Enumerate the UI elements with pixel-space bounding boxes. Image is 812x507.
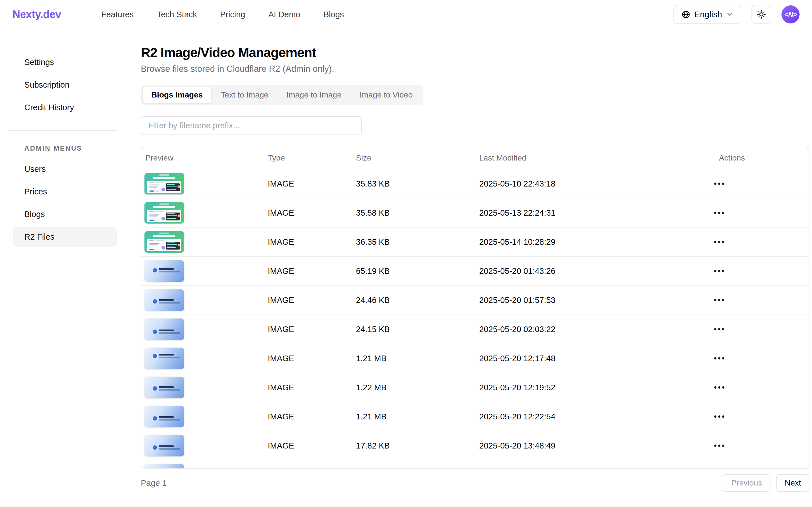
file-size: 1.21 MB: [356, 412, 479, 421]
preview-cell: [141, 377, 268, 398]
next-page-button[interactable]: Next: [776, 474, 809, 492]
main-content: R2 Image/Video Management Browse files s…: [141, 29, 809, 492]
header-actions: English <N>: [673, 0, 800, 29]
file-type: IMAGE: [268, 237, 356, 247]
sidebar-main-nav: SettingsSubscriptionCredit History: [0, 52, 125, 117]
nav-link-tech-stack[interactable]: Tech Stack: [157, 10, 197, 19]
sidebar-item-prices[interactable]: Prices: [13, 182, 117, 202]
sidebar-item-blogs[interactable]: Blogs: [13, 204, 117, 224]
tab-text-to-image[interactable]: Text to Image: [212, 87, 277, 103]
globe-icon: [682, 10, 691, 19]
row-actions-ellipsis-icon[interactable]: [712, 296, 726, 304]
tab-blogs-images[interactable]: Blogs Images: [143, 87, 211, 103]
file-type: IMAGE: [268, 208, 356, 218]
nav-link-features[interactable]: Features: [101, 10, 133, 19]
avatar-initials: <N>: [784, 10, 797, 19]
nav-link-ai-demo[interactable]: AI Demo: [268, 10, 300, 19]
previous-page-button[interactable]: Previous: [723, 474, 770, 492]
preview-cell: [141, 348, 268, 369]
column-header-actions: Actions: [712, 154, 809, 163]
row-actions-ellipsis-icon[interactable]: [712, 325, 726, 333]
file-size: 24.15 KB: [356, 325, 479, 334]
table-row: IMAGE24.15 KB2025-05-20 02:03:22: [141, 315, 809, 344]
file-thumbnail[interactable]: [145, 377, 184, 398]
sidebar-item-users[interactable]: Users: [13, 159, 117, 179]
table-row: IMAGE1.22 MB2025-05-20 12:19:52: [141, 373, 809, 402]
preview-cell: [141, 173, 268, 194]
file-type: IMAGE: [268, 354, 356, 363]
file-thumbnail[interactable]: [145, 231, 184, 252]
file-type: IMAGE: [268, 383, 356, 392]
actions-cell: [712, 384, 809, 391]
column-header-type: Type: [268, 154, 356, 163]
filename-filter-input[interactable]: [141, 116, 362, 135]
tabs-bar: Blogs ImagesText to ImageImage to ImageI…: [141, 85, 423, 105]
theme-toggle-button[interactable]: [752, 5, 771, 24]
file-type: IMAGE: [268, 412, 356, 421]
file-last-modified: 2025-05-20 02:03:22: [479, 325, 712, 334]
file-thumbnail[interactable]: [145, 289, 184, 311]
sidebar-item-settings[interactable]: Settings: [13, 52, 117, 72]
table-row: IMAGE36.35 KB2025-05-14 10:28:29: [141, 227, 809, 257]
file-thumbnail[interactable]: [145, 464, 184, 468]
row-actions-ellipsis-icon[interactable]: [712, 180, 726, 188]
logo[interactable]: Nexty.dev: [12, 8, 61, 21]
sidebar-item-credit-history[interactable]: Credit History: [13, 98, 117, 117]
actions-cell: [712, 267, 809, 275]
sidebar-divider: [8, 130, 117, 131]
file-type: IMAGE: [268, 325, 356, 334]
table-row: IMAGE17.82 KB2025-05-20 13:48:49: [141, 431, 809, 460]
sun-icon: [757, 10, 766, 19]
row-actions-ellipsis-icon[interactable]: [712, 354, 726, 362]
sidebar-admin-nav: UsersPricesBlogsR2 Files: [0, 159, 125, 247]
table-row: IMAGE1.21 MB2025-05-20 12:17:48: [141, 344, 809, 373]
page-title: R2 Image/Video Management: [141, 45, 809, 60]
table-row: IMAGE24.46 KB2025-05-20 01:57:53: [141, 286, 809, 315]
sidebar-item-subscription[interactable]: Subscription: [13, 75, 117, 95]
page-indicator: Page 1: [141, 478, 167, 488]
nav-link-blogs[interactable]: Blogs: [323, 10, 344, 19]
file-last-modified: 2025-05-20 12:22:54: [479, 412, 712, 421]
file-thumbnail[interactable]: [145, 406, 184, 427]
file-last-modified: 2025-05-20 12:19:52: [479, 383, 712, 392]
file-thumbnail[interactable]: [145, 202, 184, 224]
preview-cell: [141, 435, 268, 456]
actions-cell: [712, 209, 809, 217]
sidebar: SettingsSubscriptionCredit History ADMIN…: [0, 29, 125, 507]
tab-image-to-video[interactable]: Image to Video: [351, 87, 421, 103]
table-header-row: PreviewTypeSizeLast ModifiedActions: [141, 147, 809, 169]
file-last-modified: 2025-05-10 22:43:18: [479, 179, 712, 188]
row-actions-ellipsis-icon[interactable]: [712, 384, 726, 391]
row-actions-ellipsis-icon[interactable]: [712, 442, 726, 450]
admin-menus-heading: ADMIN MENUS: [24, 145, 125, 152]
row-actions-ellipsis-icon[interactable]: [712, 238, 726, 246]
actions-cell: [712, 442, 809, 450]
row-actions-ellipsis-icon[interactable]: [712, 267, 726, 275]
column-header-last-modified: Last Modified: [479, 154, 712, 163]
file-thumbnail[interactable]: [145, 348, 184, 369]
avatar[interactable]: <N>: [781, 5, 800, 23]
column-header-size: Size: [356, 154, 479, 163]
chevron-down-icon: [726, 11, 734, 18]
file-thumbnail[interactable]: [145, 260, 184, 282]
file-last-modified: 2025-05-20 01:43:26: [479, 267, 712, 276]
file-thumbnail[interactable]: [145, 319, 184, 340]
actions-cell: [712, 238, 809, 246]
file-size: 1.21 MB: [356, 354, 479, 363]
top-header: Nexty.dev FeaturesTech StackPricingAI De…: [0, 0, 812, 29]
file-type: IMAGE: [268, 441, 356, 450]
tab-image-to-image[interactable]: Image to Image: [278, 87, 350, 103]
sidebar-item-r2-files[interactable]: R2 Files: [13, 227, 117, 247]
language-selector[interactable]: English: [673, 5, 741, 24]
file-type: IMAGE: [268, 267, 356, 276]
file-thumbnail[interactable]: [145, 435, 184, 456]
row-actions-ellipsis-icon[interactable]: [712, 413, 726, 420]
nav-link-pricing[interactable]: Pricing: [220, 10, 246, 19]
preview-cell: [141, 319, 268, 340]
row-actions-ellipsis-icon[interactable]: [712, 209, 726, 217]
file-thumbnail[interactable]: [145, 173, 184, 194]
table-row: IMAGE1.21 MB2025-05-20 12:22:54: [141, 402, 809, 431]
file-type: IMAGE: [268, 296, 356, 305]
file-size: 35.58 KB: [356, 208, 479, 218]
preview-cell: [141, 460, 268, 468]
